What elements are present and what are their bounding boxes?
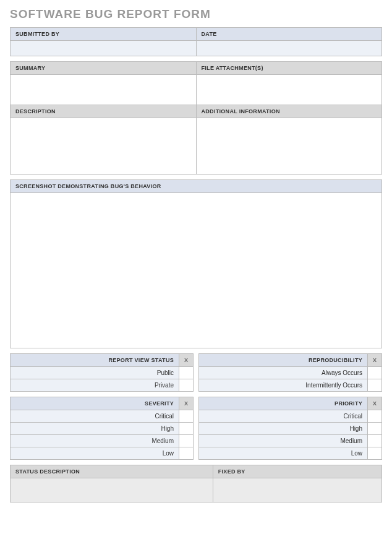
page-title: SOFTWARE BUG REPORT FORM: [10, 7, 382, 21]
fixed-by-label: FIXED BY: [213, 465, 381, 478]
list-item: Critical: [11, 410, 193, 423]
list-item: Public: [11, 367, 193, 379]
list-item: Private: [11, 379, 193, 391]
check-group-1: REPORT VIEW STATUS X Public Private REPR…: [10, 353, 382, 392]
reproducibility-header: REPRODUCIBILITY: [199, 354, 368, 367]
summary-field[interactable]: [11, 75, 196, 105]
option-label: Critical: [11, 410, 179, 423]
option-label: Low: [11, 447, 179, 459]
option-label: Low: [199, 447, 368, 459]
reproducibility-col: REPRODUCIBILITY X Always Occurs Intermit…: [198, 353, 382, 392]
checkbox[interactable]: [368, 379, 381, 391]
addl-info-label: ADDITIONAL INFORMATION: [197, 105, 382, 118]
main-block: SUMMARY FILE ATTACHMENT(S) DESCRIPTION A…: [10, 61, 382, 175]
description-label: DESCRIPTION: [11, 105, 196, 118]
checkbox[interactable]: [179, 435, 193, 447]
addl-info-field[interactable]: [197, 118, 382, 174]
summary-label: SUMMARY: [11, 62, 196, 75]
checkbox[interactable]: [368, 435, 381, 447]
date-field[interactable]: [197, 41, 382, 56]
status-block: STATUS DESCRIPTION FIXED BY: [10, 465, 382, 502]
checkbox[interactable]: [179, 447, 193, 459]
screenshot-field[interactable]: [11, 193, 381, 348]
list-item: Medium: [199, 435, 381, 447]
checkbox[interactable]: [368, 447, 381, 459]
priority-header: PRIORITY: [199, 397, 368, 410]
x-marker-header: X: [368, 354, 381, 367]
file-attach-field[interactable]: [197, 75, 382, 105]
option-label: Private: [11, 379, 179, 391]
file-attach-label: FILE ATTACHMENT(S): [197, 62, 382, 75]
report-view-status-col: REPORT VIEW STATUS X Public Private: [10, 353, 194, 392]
check-group-2: SEVERITY X Critical High Medium Low PRIO…: [10, 397, 382, 460]
status-desc-label: STATUS DESCRIPTION: [11, 465, 213, 478]
list-item: Always Occurs: [199, 367, 381, 379]
checkbox[interactable]: [179, 379, 193, 391]
checkbox[interactable]: [179, 423, 193, 435]
submitted-by-field[interactable]: [11, 41, 196, 56]
screenshot-label: SCREENSHOT DEMONSTRATING BUG'S BEHAVIOR: [11, 180, 381, 193]
status-desc-field[interactable]: [11, 478, 213, 502]
date-label: DATE: [197, 28, 382, 41]
option-label: Medium: [11, 435, 179, 447]
list-item: High: [11, 423, 193, 435]
list-item: High: [199, 423, 381, 435]
checkbox[interactable]: [368, 410, 381, 423]
option-label: Public: [11, 367, 179, 379]
list-item: Intermittently Occurs: [199, 379, 381, 391]
screenshot-block: SCREENSHOT DEMONSTRATING BUG'S BEHAVIOR: [10, 179, 382, 348]
option-label: Always Occurs: [199, 367, 368, 379]
checkbox[interactable]: [368, 367, 381, 379]
priority-col: PRIORITY X Critical High Medium Low: [198, 397, 382, 460]
fixed-by-field[interactable]: [213, 478, 381, 502]
checkbox[interactable]: [179, 410, 193, 423]
list-item: Low: [199, 447, 381, 459]
option-label: High: [11, 423, 179, 435]
option-label: Medium: [199, 435, 368, 447]
x-marker-header: X: [179, 397, 193, 410]
report-view-status-header: REPORT VIEW STATUS: [11, 354, 179, 367]
option-label: Intermittently Occurs: [199, 379, 368, 391]
option-label: High: [199, 423, 368, 435]
list-item: Low: [11, 447, 193, 459]
description-field[interactable]: [11, 118, 196, 174]
submitted-by-label: SUBMITTED BY: [11, 28, 196, 41]
list-item: Critical: [199, 410, 381, 423]
checkbox[interactable]: [179, 367, 193, 379]
list-item: Medium: [11, 435, 193, 447]
severity-col: SEVERITY X Critical High Medium Low: [10, 397, 194, 460]
severity-header: SEVERITY: [11, 397, 179, 410]
x-marker-header: X: [179, 354, 193, 367]
submitted-block: SUBMITTED BY DATE: [10, 27, 382, 56]
x-marker-header: X: [368, 397, 381, 410]
option-label: Critical: [199, 410, 368, 423]
checkbox[interactable]: [368, 423, 381, 435]
